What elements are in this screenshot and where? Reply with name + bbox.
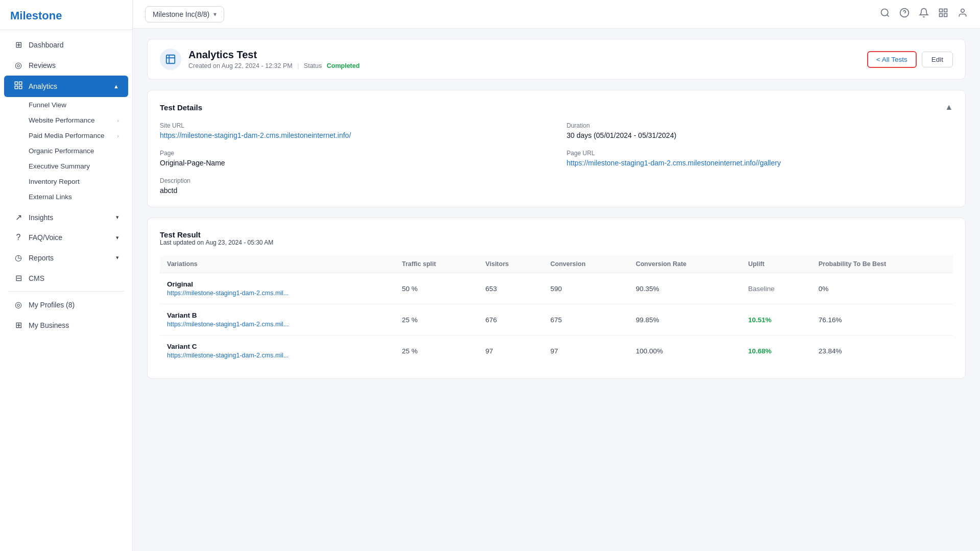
sidebar-item-external-links[interactable]: External Links bbox=[4, 189, 128, 204]
section-title: Test Details bbox=[160, 103, 202, 112]
svg-rect-11 bbox=[944, 14, 947, 17]
sidebar-item-organic-performance[interactable]: Organic Performance bbox=[4, 143, 128, 158]
detail-label: Description bbox=[160, 177, 546, 184]
cell-conversion-rate: 99.85% bbox=[629, 304, 741, 336]
sidebar-item-label: Insights bbox=[29, 213, 53, 222]
sub-nav-label: Funnel View bbox=[29, 101, 66, 109]
col-uplift: Uplift bbox=[741, 255, 811, 273]
sidebar-item-label: My Profiles (8) bbox=[29, 301, 75, 309]
detail-label: Duration bbox=[567, 122, 953, 129]
chevron-down-icon: ▾ bbox=[116, 214, 119, 221]
result-table-body: Original https://milestone-staging1-dam-… bbox=[160, 273, 953, 367]
sidebar-item-website-performance[interactable]: Website Performance › bbox=[4, 113, 128, 128]
sidebar-item-reviews[interactable]: ◎ Reviews bbox=[4, 55, 128, 75]
test-result-header: Test Result Last updated on Aug 23, 2024… bbox=[160, 230, 953, 246]
sidebar-item-label: Reviews bbox=[29, 61, 56, 69]
col-conversion: Conversion bbox=[543, 255, 629, 273]
sub-nav-label: Website Performance bbox=[29, 116, 95, 124]
topbar-icons bbox=[880, 8, 968, 20]
page-header-info: Analytics Test Created on Aug 22, 2024 -… bbox=[188, 49, 360, 69]
sidebar-item-my-business[interactable]: ⊞ My Business bbox=[4, 315, 128, 335]
variation-url-link[interactable]: https://milestone-staging1-dam-2.cms.mil… bbox=[167, 321, 289, 328]
chevron-right-icon: › bbox=[117, 117, 119, 124]
chevron-up-icon: ▲ bbox=[113, 83, 119, 89]
sidebar-item-inventory-report[interactable]: Inventory Report bbox=[4, 174, 128, 189]
cms-icon: ⊟ bbox=[13, 273, 23, 283]
account-name: Milestone Inc(8/8) bbox=[153, 10, 209, 18]
table-row: Variant C https://milestone-staging1-dam… bbox=[160, 336, 953, 367]
content-area: Analytics Test Created on Aug 22, 2024 -… bbox=[133, 29, 980, 551]
sidebar-item-analytics[interactable]: Analytics ▲ bbox=[4, 76, 128, 97]
user-icon[interactable] bbox=[958, 8, 968, 20]
cell-probability: 76.16% bbox=[811, 304, 953, 336]
variation-url-link[interactable]: https://milestone-staging1-dam-2.cms.mil… bbox=[167, 290, 289, 297]
topbar: Milestone Inc(8/8) ▾ bbox=[133, 0, 980, 29]
detail-duration: Duration 30 days (05/01/2024 - 05/31/202… bbox=[567, 122, 953, 139]
help-icon[interactable] bbox=[899, 8, 910, 20]
page-url-link[interactable]: https://milestone-staging1-dam-2.cms.mil… bbox=[567, 159, 953, 167]
detail-label: Page URL bbox=[567, 150, 953, 157]
detail-page: Page Original-Page-Name bbox=[160, 150, 546, 167]
sidebar-item-insights[interactable]: ↗ Insights ▾ bbox=[4, 207, 128, 227]
result-table: Variations Traffic split Visitors Conver… bbox=[160, 255, 953, 366]
svg-rect-8 bbox=[940, 9, 943, 12]
cell-visitors: 97 bbox=[479, 336, 543, 367]
details-grid: Site URL https://milestone-staging1-dam-… bbox=[160, 122, 953, 195]
detail-label: Site URL bbox=[160, 122, 546, 129]
reports-icon: ◷ bbox=[13, 253, 23, 262]
account-selector[interactable]: Milestone Inc(8/8) ▾ bbox=[145, 6, 224, 22]
chevron-right-icon: › bbox=[117, 133, 119, 139]
sidebar-divider bbox=[8, 291, 124, 292]
svg-rect-0 bbox=[15, 82, 17, 84]
test-details-card: Test Details ▲ Site URL https://mileston… bbox=[147, 90, 966, 207]
my-profiles-icon: ◎ bbox=[13, 300, 23, 309]
page-header-actions: < All Tests Edit bbox=[867, 51, 953, 68]
sidebar-item-label: FAQ/Voice bbox=[29, 233, 62, 242]
page-header: Analytics Test Created on Aug 22, 2024 -… bbox=[147, 39, 966, 80]
cell-probability: 0% bbox=[811, 273, 953, 304]
svg-rect-1 bbox=[19, 82, 22, 84]
cell-conversion-rate: 100.00% bbox=[629, 336, 741, 367]
detail-description: Description abctd bbox=[160, 177, 546, 195]
col-probability: Probability To Be Best bbox=[811, 255, 953, 273]
site-url-link[interactable]: https://milestone-staging1-dam-2.cms.mil… bbox=[160, 131, 546, 139]
variation-url-link[interactable]: https://milestone-staging1-dam-2.cms.mil… bbox=[167, 352, 289, 359]
col-conversion-rate: Conversion Rate bbox=[629, 255, 741, 273]
duration-value: 30 days (05/01/2024 - 05/31/2024) bbox=[567, 131, 953, 139]
chevron-down-icon: ▾ bbox=[116, 234, 119, 241]
page-value: Original-Page-Name bbox=[160, 159, 546, 167]
sub-nav-label: External Links bbox=[29, 193, 72, 201]
svg-rect-9 bbox=[944, 9, 947, 12]
table-row: Variant B https://milestone-staging1-dam… bbox=[160, 304, 953, 336]
edit-button[interactable]: Edit bbox=[922, 52, 953, 67]
svg-rect-10 bbox=[940, 14, 943, 17]
sidebar-item-paid-media-performance[interactable]: Paid Media Performance › bbox=[4, 128, 128, 143]
col-variations: Variations bbox=[160, 255, 395, 273]
detail-page-url: Page URL https://milestone-staging1-dam-… bbox=[567, 150, 953, 167]
notification-icon[interactable] bbox=[919, 8, 929, 20]
sidebar-nav: ⊞ Dashboard ◎ Reviews Analytics ▲ Funnel… bbox=[0, 30, 132, 551]
sidebar-item-dashboard[interactable]: ⊞ Dashboard bbox=[4, 35, 128, 55]
status-badge: Completed bbox=[327, 62, 360, 69]
col-visitors: Visitors bbox=[479, 255, 543, 273]
sidebar-item-funnel-view[interactable]: Funnel View bbox=[4, 98, 128, 112]
cell-conversion: 97 bbox=[543, 336, 629, 367]
sidebar-item-label: Dashboard bbox=[29, 41, 64, 49]
sidebar-item-faq-voice[interactable]: ? FAQ/Voice ▾ bbox=[4, 228, 128, 247]
sidebar-item-cms[interactable]: ⊟ CMS bbox=[4, 268, 128, 288]
search-icon[interactable] bbox=[880, 8, 890, 20]
sidebar-item-executive-summary[interactable]: Executive Summary bbox=[4, 159, 128, 174]
sidebar: Milestone ⊞ Dashboard ◎ Reviews Analytic… bbox=[0, 0, 133, 551]
grid-icon[interactable] bbox=[938, 8, 948, 20]
description-value: abctd bbox=[160, 186, 546, 195]
collapse-icon[interactable]: ▲ bbox=[945, 103, 953, 112]
all-tests-button[interactable]: < All Tests bbox=[867, 51, 917, 68]
sub-nav-label: Organic Performance bbox=[29, 147, 94, 155]
sidebar-item-my-profiles[interactable]: ◎ My Profiles (8) bbox=[4, 295, 128, 315]
sidebar-item-reports[interactable]: ◷ Reports ▾ bbox=[4, 248, 128, 268]
chevron-down-icon: ▾ bbox=[116, 254, 119, 261]
cell-visitors: 653 bbox=[479, 273, 543, 304]
cell-traffic-split: 25 % bbox=[395, 336, 479, 367]
page-title: Analytics Test bbox=[188, 49, 360, 61]
test-icon bbox=[160, 49, 181, 70]
